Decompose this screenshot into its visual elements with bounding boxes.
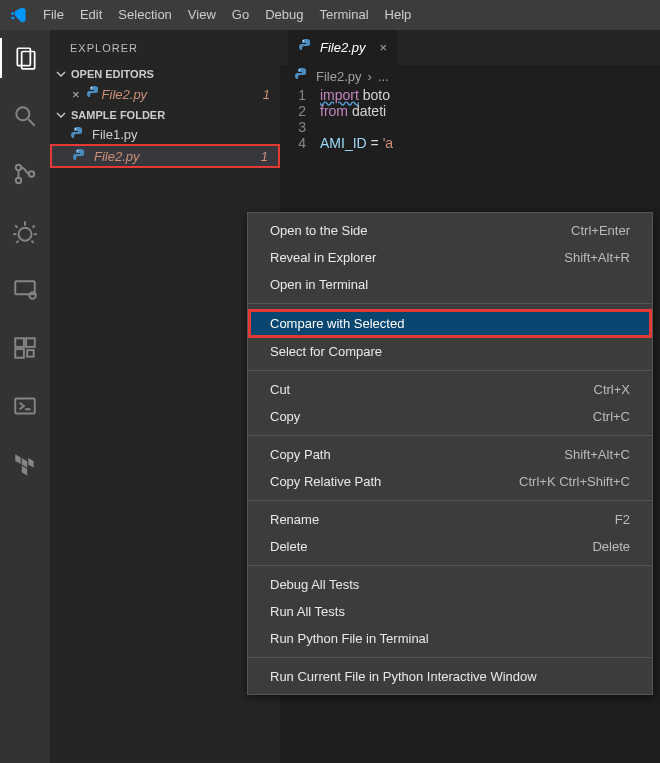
close-icon[interactable]: × [72,87,80,102]
debug-activity-icon[interactable] [0,212,50,252]
context-menu-item[interactable]: Debug All Tests [248,571,652,598]
context-menu-shortcut: Ctrl+X [594,382,630,397]
code-token: AMI_ID [320,135,367,151]
vscode-icon [0,0,35,30]
code-token: dateti [348,103,386,119]
context-menu-item[interactable]: Open to the SideCtrl+Enter [248,217,652,244]
search-activity-icon[interactable] [0,96,50,136]
explorer-title: EXPLORER [50,30,280,65]
svg-rect-20 [27,350,33,357]
svg-rect-19 [15,349,24,358]
svg-line-9 [15,226,17,228]
svg-point-16 [29,292,36,299]
context-menu-item[interactable]: Compare with Selected [248,309,652,338]
context-menu-item[interactable]: Run Python File in Terminal [248,625,652,652]
chevron-down-icon [56,110,66,120]
file-name: File2.py [94,149,140,164]
context-menu-label: Debug All Tests [270,577,359,592]
svg-point-26 [299,69,300,70]
context-menu-label: Cut [270,382,290,397]
menu-separator [248,657,652,658]
open-editors-label: OPEN EDITORS [71,68,154,80]
line-number: 2 [280,103,320,119]
menu-item-edit[interactable]: Edit [72,0,110,30]
context-menu-shortcut: F2 [615,512,630,527]
file-row[interactable]: File2.py1 [50,144,280,168]
menu-item-view[interactable]: View [180,0,224,30]
context-menu-item[interactable]: Run All Tests [248,598,652,625]
python-icon [298,38,314,57]
open-editor-item[interactable]: × File2.py 1 [50,83,280,106]
context-menu-shortcut: Delete [592,539,630,554]
context-menu-item[interactable]: RenameF2 [248,506,652,533]
svg-line-10 [33,226,35,228]
svg-point-24 [77,150,78,151]
menu-item-debug[interactable]: Debug [257,0,311,30]
context-menu-label: Copy [270,409,300,424]
context-menu-label: Delete [270,539,308,554]
context-menu-item[interactable]: CutCtrl+X [248,376,652,403]
terraform-activity-icon[interactable] [0,444,50,484]
file-problem-count: 1 [261,149,268,164]
code-token: boto [359,87,390,103]
svg-point-7 [19,228,32,241]
svg-point-4 [16,165,21,170]
svg-line-13 [16,241,18,243]
context-menu-item[interactable]: DeleteDelete [248,533,652,560]
open-editors-header[interactable]: OPEN EDITORS [50,65,280,83]
python-icon [72,148,88,164]
folder-header[interactable]: SAMPLE FOLDER [50,106,280,124]
code-editor[interactable]: 1import boto 2from dateti 3 4AMI_ID = 'a [280,87,660,151]
python-icon [70,126,86,142]
context-menu-label: Run Python File in Terminal [270,631,429,646]
context-menu-item[interactable]: Open in Terminal [248,271,652,298]
remote-activity-icon[interactable] [0,270,50,310]
python-icon [86,85,102,104]
svg-point-25 [303,40,304,41]
code-token: 'a [383,135,393,151]
context-menu-label: Run All Tests [270,604,345,619]
context-menu-item[interactable]: Run Current File in Python Interactive W… [248,663,652,690]
menu-item-go[interactable]: Go [224,0,257,30]
svg-point-22 [90,87,91,88]
context-menu-item[interactable]: Select for Compare [248,338,652,365]
folder-label: SAMPLE FOLDER [71,109,165,121]
context-menu-label: Copy Relative Path [270,474,381,489]
menu-item-file[interactable]: File [35,0,72,30]
code-token: = [367,135,383,151]
title-bar: FileEditSelectionViewGoDebugTerminalHelp [0,0,660,30]
explorer-activity-icon[interactable] [0,38,50,78]
editor-tab[interactable]: File2.py × [288,30,397,65]
powershell-activity-icon[interactable] [0,386,50,426]
chevron-down-icon [56,69,66,79]
context-menu-label: Open in Terminal [270,277,368,292]
breadcrumb-file: File2.py [316,69,362,84]
context-menu-item[interactable]: CopyCtrl+C [248,403,652,430]
activity-bar [0,30,50,763]
scm-activity-icon[interactable] [0,154,50,194]
file-name: File1.py [92,127,138,142]
tab-filename: File2.py [320,40,366,55]
menu-bar: FileEditSelectionViewGoDebugTerminalHelp [35,0,419,30]
svg-point-5 [16,178,21,183]
explorer-sidebar: EXPLORER OPEN EDITORS × File2.py 1 SAMPL… [50,30,280,763]
menu-separator [248,435,652,436]
context-menu-item[interactable]: Copy Relative PathCtrl+K Ctrl+Shift+C [248,468,652,495]
menu-item-selection[interactable]: Selection [110,0,179,30]
line-number: 4 [280,135,320,151]
breadcrumb[interactable]: File2.py › ... [280,65,660,87]
line-number: 3 [280,119,320,135]
breadcrumb-separator: › [368,69,372,84]
svg-line-14 [32,241,34,243]
menu-item-terminal[interactable]: Terminal [311,0,376,30]
close-icon[interactable]: × [380,40,388,55]
menu-separator [248,500,652,501]
context-menu-item[interactable]: Reveal in ExplorerShift+Alt+R [248,244,652,271]
menu-item-help[interactable]: Help [377,0,420,30]
code-token: import [320,87,359,103]
open-editor-count: 1 [263,87,270,102]
file-row[interactable]: File1.py [50,124,280,144]
svg-point-2 [16,107,29,120]
context-menu-item[interactable]: Copy PathShift+Alt+C [248,441,652,468]
extensions-activity-icon[interactable] [0,328,50,368]
